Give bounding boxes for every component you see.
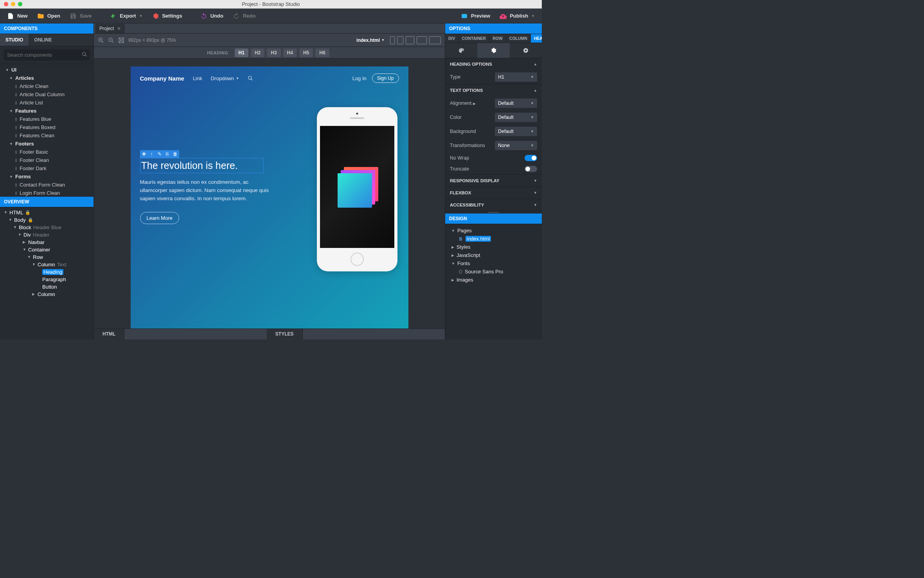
heading-button-h6[interactable]: H6 <box>315 48 329 57</box>
preview-search-icon[interactable] <box>248 75 253 81</box>
move-icon[interactable]: ✥ <box>140 150 148 158</box>
close-tab-icon[interactable]: ✕ <box>117 26 121 31</box>
component-item[interactable]: ▮ Features Boxed <box>0 123 93 131</box>
tab-animation[interactable] <box>510 43 542 58</box>
preview-dropdown[interactable]: Dropdown ▼ <box>211 75 239 81</box>
component-item[interactable]: ▮ Features Clean <box>0 131 93 140</box>
search-components-input[interactable] <box>4 49 90 61</box>
breadcrumb-item[interactable]: CONTAINER <box>459 34 490 43</box>
overview-row[interactable]: ▼Div Header <box>0 231 93 239</box>
tab-studio[interactable]: STUDIO <box>0 34 29 46</box>
component-item[interactable]: ▮ Article List <box>0 99 93 107</box>
duplicate-icon[interactable]: ⎘ <box>164 150 171 158</box>
heading-button-h5[interactable]: H5 <box>299 48 313 57</box>
minimize-window-button[interactable] <box>11 2 15 6</box>
tab-options[interactable] <box>477 43 509 58</box>
component-item[interactable]: ▮ Footer Dark <box>0 164 93 172</box>
close-window-button[interactable] <box>4 2 8 6</box>
open-button[interactable]: Open <box>33 10 64 22</box>
component-category[interactable]: ▼ Features <box>0 107 93 115</box>
transformations-select[interactable]: None▼ <box>495 141 537 150</box>
overview-row[interactable]: Heading <box>0 268 93 276</box>
preview-link[interactable]: Link <box>193 75 202 81</box>
overview-row[interactable]: Paragraph <box>0 276 93 283</box>
tab-appearance[interactable] <box>445 43 477 58</box>
design-row[interactable]: 🗎index.html <box>445 235 542 243</box>
canvas[interactable]: Company Name Link Dropdown ▼ Log In Sign… <box>94 59 445 328</box>
zoom-in-icon[interactable] <box>98 37 104 43</box>
preview-brand[interactable]: Company Name <box>140 75 184 82</box>
selected-heading-element[interactable]: The revolution is here. <box>140 158 264 173</box>
component-category[interactable]: ▼ Footers <box>0 140 93 148</box>
publish-button[interactable]: Publish ▼ <box>496 10 539 22</box>
component-category[interactable]: ▼ Forms <box>0 172 93 181</box>
component-group[interactable]: ▼ UI <box>0 66 93 74</box>
color-select[interactable]: Default▼ <box>495 113 537 122</box>
type-select[interactable]: H1▼ <box>495 72 537 82</box>
overview-row[interactable]: ▼Column Text <box>0 261 93 268</box>
component-item[interactable]: ▮ Login Form Clean <box>0 189 93 197</box>
text-options-header[interactable]: TEXT OPTIONS ▲ <box>445 84 542 96</box>
overview-row[interactable]: ▼Row <box>0 253 93 261</box>
breadcrumb-item[interactable]: HEADING <box>531 34 542 43</box>
breadcrumb-item[interactable]: DIV <box>445 34 459 43</box>
design-row[interactable]: ▼Pages <box>445 226 542 235</box>
overview-row[interactable]: ▼Container <box>0 246 93 253</box>
device-tablet[interactable] <box>397 36 403 44</box>
nowrap-toggle[interactable] <box>525 155 537 161</box>
truncate-toggle[interactable] <box>525 166 537 172</box>
background-select[interactable]: Default▼ <box>495 127 537 136</box>
heading-button-h3[interactable]: H3 <box>267 48 280 57</box>
breadcrumb-item[interactable]: COLUMN <box>506 34 531 43</box>
preview-paragraph[interactable]: Mauris egestas tellus non ex condimentum… <box>140 178 269 203</box>
design-row[interactable]: ⌬Source Sans Pro <box>445 267 542 276</box>
accessibility-header[interactable]: ACCESSIBILITY ▼ <box>445 199 542 211</box>
file-tab-project[interactable]: Project ✕ <box>95 24 125 33</box>
new-button[interactable]: New <box>3 10 32 22</box>
device-desktop[interactable] <box>417 36 427 44</box>
overview-row[interactable]: Button <box>0 283 93 291</box>
preview-learn-more-button[interactable]: Learn More <box>140 212 179 224</box>
component-item[interactable]: ▮ Footer Clean <box>0 156 93 164</box>
flexbox-header[interactable]: FLEXBOX ▼ <box>445 187 542 199</box>
component-item[interactable]: ▮ Features Blue <box>0 115 93 123</box>
overview-row[interactable]: ▼HTML 🔒 <box>0 209 93 216</box>
undo-button[interactable]: Undo <box>196 10 227 22</box>
redo-button[interactable]: Redo <box>229 10 260 22</box>
device-laptop[interactable] <box>406 36 414 44</box>
overview-row[interactable]: ▼Body 🔒 <box>0 216 93 224</box>
heading-button-h4[interactable]: H4 <box>283 48 297 57</box>
component-item[interactable]: ▮ Article Dual Column <box>0 90 93 99</box>
preview-login[interactable]: Log In <box>352 75 367 81</box>
overview-row[interactable]: ▶Column <box>0 291 93 298</box>
device-phone[interactable] <box>390 36 395 44</box>
delete-icon[interactable]: 🗑 <box>171 150 179 158</box>
breadcrumb-item[interactable]: ROW <box>489 34 506 43</box>
settings-button[interactable]: Settings <box>148 10 186 22</box>
component-category[interactable]: ▼ Articles <box>0 74 93 82</box>
edit-icon[interactable]: ✎ <box>156 150 164 158</box>
device-wide[interactable] <box>429 36 441 44</box>
responsive-display-header[interactable]: RESPONSIVE DISPLAY ▼ <box>445 175 542 187</box>
component-item[interactable]: ▮ Article Clean <box>0 82 93 90</box>
overview-row[interactable]: ▼Block Header Blue <box>0 224 93 231</box>
preview-signup[interactable]: Sign Up <box>372 74 399 83</box>
current-file-dropdown[interactable]: index.html ▼ <box>356 38 385 43</box>
alignment-select[interactable]: Default▼ <box>495 99 537 108</box>
design-row[interactable]: ▶Images <box>445 276 542 284</box>
maximize-window-button[interactable] <box>18 2 22 6</box>
tab-html[interactable]: HTML <box>94 329 124 339</box>
design-row[interactable]: ▶JavaScript <box>445 251 542 259</box>
heading-button-h1[interactable]: H1 <box>235 48 248 57</box>
design-row[interactable]: ▼Fonts <box>445 259 542 267</box>
component-item[interactable]: ▮ Contact Form Clean <box>0 181 93 189</box>
save-button[interactable]: Save <box>66 10 95 22</box>
heading-options-header[interactable]: HEADING OPTIONS ▲ <box>445 58 542 70</box>
export-button[interactable]: Export ▼ <box>106 10 146 22</box>
tab-online[interactable]: ONLINE <box>29 34 57 46</box>
arrow-up-icon[interactable]: ↑ <box>148 150 156 158</box>
heading-button-h2[interactable]: H2 <box>251 48 264 57</box>
tab-styles[interactable]: STYLES <box>267 329 303 339</box>
design-row[interactable]: ▶Styles <box>445 243 542 251</box>
component-item[interactable]: ▮ Footer Basic <box>0 148 93 156</box>
